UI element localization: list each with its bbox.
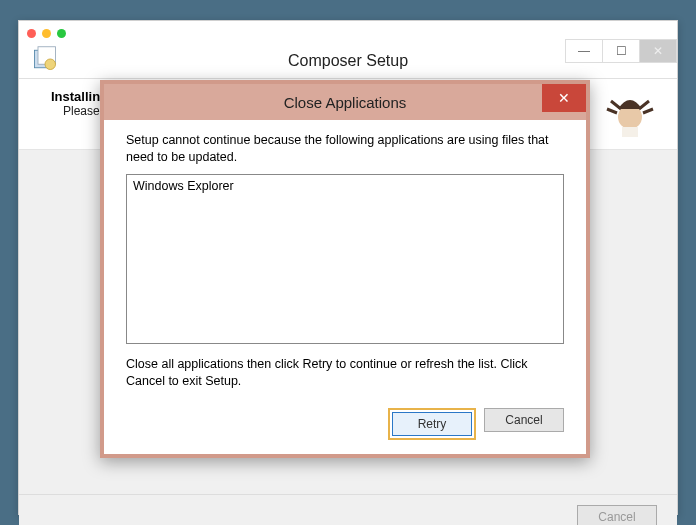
outer-cancel-button[interactable]: Cancel	[577, 505, 657, 525]
svg-rect-4	[622, 127, 638, 137]
minimize-button[interactable]: —	[565, 39, 603, 63]
dialog-titlebar: Close Applications ✕	[104, 84, 586, 120]
retry-highlight: Retry	[388, 408, 476, 440]
maximize-button[interactable]: ☐	[602, 39, 640, 63]
wizard-image	[603, 89, 657, 137]
close-applications-dialog: Close Applications ✕ Setup cannot contin…	[100, 80, 590, 458]
dialog-message: Setup cannot continue because the follow…	[126, 132, 564, 166]
applications-list[interactable]: Windows Explorer	[126, 174, 564, 344]
list-item[interactable]: Windows Explorer	[133, 179, 557, 193]
outer-titlebar: Composer Setup — ☐ ✕	[19, 43, 677, 79]
dialog-hint: Close all applications then click Retry …	[126, 356, 564, 390]
outer-footer: Cancel	[19, 495, 677, 525]
close-icon: ✕	[558, 90, 570, 106]
close-button[interactable]: ✕	[639, 39, 677, 63]
svg-point-2	[45, 59, 56, 70]
app-icon	[31, 45, 59, 73]
dialog-footer: Retry Cancel	[104, 400, 586, 454]
dialog-close-button[interactable]: ✕	[542, 84, 586, 112]
mac-traffic-lights	[27, 29, 66, 38]
window-title: Composer Setup	[288, 52, 408, 70]
cancel-button[interactable]: Cancel	[484, 408, 564, 432]
dialog-body: Setup cannot continue because the follow…	[104, 120, 586, 400]
dialog-title: Close Applications	[284, 94, 407, 111]
window-controls: — ☐ ✕	[566, 39, 677, 63]
retry-button[interactable]: Retry	[392, 412, 472, 436]
